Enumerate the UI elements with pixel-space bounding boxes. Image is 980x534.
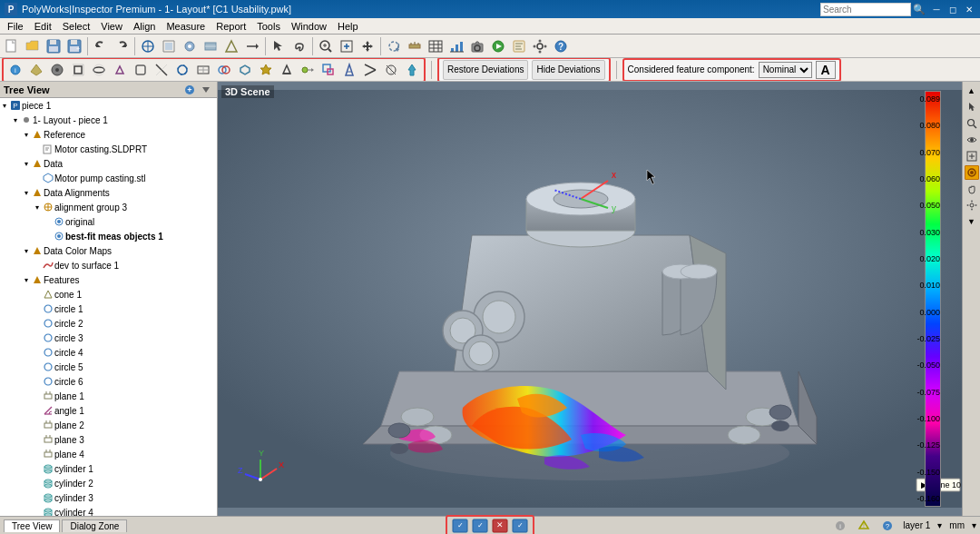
tb-btn7[interactable] [221,36,241,56]
help-btn[interactable]: ? [551,36,571,56]
camera-btn[interactable] [467,36,487,56]
feat-btn1[interactable]: i [5,60,25,80]
tree-item-layout1[interactable]: ▾1- Layout - piece 1 [0,113,217,127]
tree-item-piece1[interactable]: ▾Ppiece 1 [0,98,217,113]
close-button[interactable]: ✕ [962,3,976,15]
feat-btn6[interactable] [110,60,130,80]
minimize-button[interactable]: ─ [929,3,944,15]
viewport[interactable]: 3D Scene [218,82,962,516]
menu-tools[interactable]: Tools [251,20,286,33]
menu-window[interactable]: Window [286,20,332,33]
hide-deviations-button[interactable]: Hide Deviations [532,60,604,80]
zoom-btn[interactable] [316,36,336,56]
tab-dialog-zone[interactable]: Dialog Zone [62,519,127,532]
tree-add-button[interactable]: + [182,83,197,97]
tree-item-cylinder1[interactable]: cylinder 1 [0,461,217,476]
rt-fit-btn[interactable] [965,149,979,163]
select-btn[interactable] [269,36,289,56]
tab-tree-view[interactable]: Tree View [4,519,60,532]
tree-item-angle1[interactable]: angle 1 [0,403,217,418]
tree-item-reference[interactable]: ▾Reference [0,127,217,142]
save2-button[interactable]: + [64,36,84,56]
tb-btn5[interactable] [180,36,200,56]
status-icon1[interactable]: i [832,518,848,534]
measure-btn[interactable] [405,36,425,56]
search-icon[interactable]: 🔍 [913,4,926,15]
feature-dropdown[interactable]: Nominal [759,62,812,78]
chart-btn[interactable] [446,36,466,56]
feat-btn11[interactable] [214,60,234,80]
feat-btn14[interactable] [277,60,297,80]
feat-btn2[interactable] [26,60,46,80]
bottom-btn4[interactable]: ✓ [511,518,529,534]
lasso-btn[interactable] [289,36,309,56]
tree-item-align1[interactable]: ▾alignment group 3 [0,200,217,214]
open-button[interactable] [23,36,43,56]
feat-btn8[interactable] [152,60,172,80]
tb-btn6[interactable] [201,36,220,56]
tree-item-circle5[interactable]: circle 5 [0,360,217,374]
feat-btn17[interactable] [339,60,359,80]
feat-btn19[interactable] [381,60,401,80]
tree-item-motor[interactable]: Motor casting.SLDPRT [0,142,217,156]
rt-active-btn[interactable] [965,165,979,180]
tree-item-circle3[interactable]: circle 3 [0,331,217,345]
bottom-btn1[interactable]: ✓ [451,518,469,534]
rt-magnify-btn[interactable] [965,116,979,131]
tree-item-bestfit[interactable]: best-fit meas objects 1 [0,229,217,243]
menu-view[interactable]: View [95,20,128,33]
mm-dropdown[interactable]: ▾ [972,520,976,530]
zoomfit-btn[interactable] [337,36,357,56]
feat-btn9[interactable] [172,60,192,80]
tree-item-devsurf[interactable]: dev to surface 1 [0,258,217,272]
feat-btn12[interactable] [235,60,255,80]
rt-scroll-down[interactable]: ▼ [965,214,979,229]
bottom-btn3[interactable]: ✕ [491,518,509,534]
tb-btn8[interactable] [242,36,262,56]
tree-item-plane1[interactable]: plane 1 [0,389,217,403]
menu-align[interactable]: Align [128,20,161,33]
rt-hand-btn[interactable] [965,182,979,196]
restore-deviations-button[interactable]: Restore Deviations [443,60,528,80]
tb-btn3[interactable] [138,36,158,56]
tree-item-alignments[interactable]: ▾Data Alignments [0,185,217,200]
menu-measure[interactable]: Measure [161,20,211,33]
undo-button[interactable] [91,36,111,56]
tree-item-circle2[interactable]: circle 2 [0,316,217,331]
settings-btn[interactable] [530,36,550,56]
tree-item-features[interactable]: ▾Features [0,272,217,287]
rt-cursor-btn[interactable] [965,100,979,114]
script-btn[interactable] [509,36,529,56]
rt-scroll-up[interactable]: ▲ [965,84,979,98]
tree-item-circle6[interactable]: circle 6 [0,374,217,389]
play-btn[interactable] [488,36,508,56]
menu-help[interactable]: Help [332,20,364,33]
feat-btn7[interactable] [131,60,151,80]
status-icon2[interactable]: ! [856,518,872,534]
new-button[interactable] [2,36,22,56]
feat-btn18[interactable] [360,60,380,80]
menu-file[interactable]: File [2,20,29,33]
menu-select[interactable]: Select [57,20,96,33]
rt-settings-btn[interactable] [965,198,979,213]
feat-btn20[interactable] [402,60,422,80]
rotate-btn[interactable] [384,36,404,56]
feat-btn10[interactable] [193,60,213,80]
tree-item-circle1[interactable]: circle 1 [0,302,217,316]
tree-item-original[interactable]: original [0,214,217,229]
tree-item-cylinder3[interactable]: cylinder 3 [0,490,217,505]
tree-item-cylinder2[interactable]: cylinder 2 [0,476,217,490]
table-btn[interactable] [426,36,446,56]
feat-btn4[interactable] [68,60,88,80]
font-button[interactable]: A [816,61,836,79]
tb-btn4[interactable] [159,36,179,56]
redo-button[interactable] [112,36,132,56]
save-button[interactable] [44,36,64,56]
tree-item-plane4[interactable]: plane 4 [0,447,217,461]
feat-btn3[interactable] [47,60,67,80]
menu-edit[interactable]: Edit [29,20,57,33]
tree-item-motorstl[interactable]: Motor pump casting.stl [0,171,217,185]
status-icon3[interactable]: ? [879,518,896,534]
feat-btn15[interactable] [298,60,318,80]
tree-item-data[interactable]: ▾Data [0,156,217,171]
